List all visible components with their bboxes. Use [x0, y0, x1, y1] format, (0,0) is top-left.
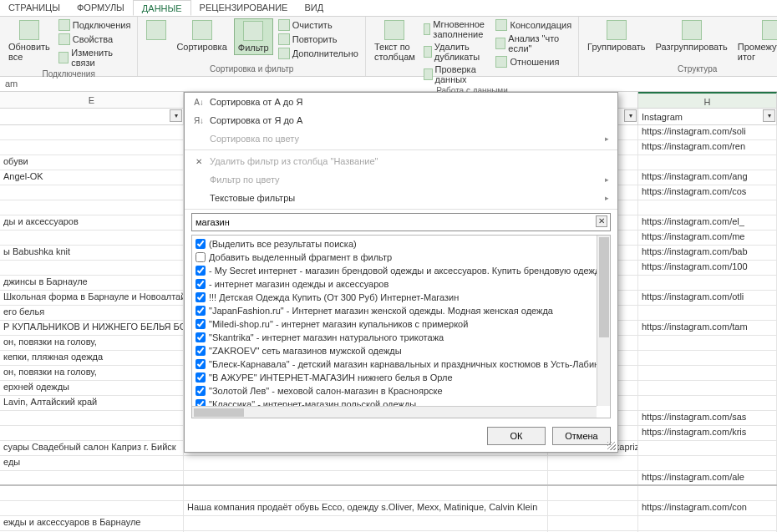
cell[interactable] — [548, 516, 638, 530]
tab-data[interactable]: ДАННЫЕ — [133, 0, 191, 16]
cell[interactable]: https://instagram.com/sas — [638, 411, 777, 425]
cell[interactable] — [638, 200, 777, 215]
header-cell-instagram[interactable]: Instagram▾ — [638, 109, 777, 124]
filter-checkbox[interactable] — [196, 252, 206, 262]
filter-value-item[interactable]: "Miledi-shop.ru" - интернет магазин купа… — [194, 317, 608, 331]
select-all-item[interactable]: (Выделить все результаты поиска) — [194, 237, 608, 251]
cell[interactable]: https://instagram.com/ren — [638, 140, 777, 155]
cell[interactable] — [638, 441, 777, 455]
sort-descending-item[interactable]: Я↓Сортировка от Я до А — [185, 111, 617, 129]
col-header-H[interactable]: H — [638, 92, 777, 108]
cell[interactable]: еды — [0, 456, 184, 470]
filter-checkbox[interactable] — [196, 386, 206, 396]
ungroup-button[interactable]: Разгруппировать — [653, 18, 731, 53]
cell[interactable] — [184, 456, 548, 470]
sort-button[interactable]: Сортировка — [173, 18, 230, 53]
filter-dropdown-icon[interactable]: ▾ — [763, 109, 775, 122]
resize-handle-icon[interactable] — [607, 442, 616, 450]
filter-value-item[interactable]: "JapanFashion.ru" - Интернет магазин жен… — [194, 304, 608, 317]
cell[interactable]: кепки, пляжная одежда — [0, 351, 184, 365]
cell[interactable]: джинсы в Барнауле — [0, 276, 184, 290]
refresh-all-button[interactable]: Обновить все — [5, 18, 53, 63]
add-selection-item[interactable]: Добавить выделенный фрагмент в фильтр — [194, 251, 608, 264]
cell[interactable]: ы Babushka knit — [0, 246, 184, 260]
cell[interactable] — [548, 486, 638, 500]
filter-search-input[interactable] — [191, 213, 611, 231]
cell[interactable] — [548, 471, 638, 484]
filter-checkbox[interactable] — [196, 279, 206, 289]
filter-value-item[interactable]: - интернет магазин одежды и аксессуаров — [194, 277, 608, 291]
cell[interactable] — [0, 501, 184, 515]
tab-review[interactable]: РЕЦЕНЗИРОВАНИЕ — [191, 0, 297, 16]
properties-button[interactable]: Свойства — [57, 33, 133, 46]
cell[interactable] — [638, 306, 777, 320]
advanced-filter-button[interactable]: Дополнительно — [277, 47, 360, 60]
cell[interactable]: https://instagram.com/otli — [638, 291, 777, 305]
cell[interactable]: https://instagram.com/ale — [638, 471, 777, 484]
flash-fill-button[interactable]: Мгновенное заполнение — [422, 18, 491, 40]
cell[interactable]: он, повязки на голову, — [0, 336, 184, 350]
clear-filter-button[interactable]: Очистить — [277, 18, 360, 32]
table-row[interactable]: еды — [0, 456, 777, 471]
text-to-columns-button[interactable]: Текст по столбцам — [371, 18, 419, 63]
cell[interactable]: ежды и аксессуаров в Барнауле — [0, 516, 184, 530]
text-filters-item[interactable]: Текстовые фильтры▸ — [185, 189, 617, 207]
cell[interactable] — [0, 471, 184, 484]
filter-value-item[interactable]: "ZAKROEV" сеть магазинов мужской одежды — [194, 344, 608, 357]
cell[interactable] — [0, 231, 184, 245]
scrollbar-horizontal[interactable] — [192, 406, 597, 418]
cell[interactable] — [0, 261, 184, 275]
filter-checkbox[interactable] — [196, 332, 206, 342]
ok-button[interactable]: ОК — [487, 427, 546, 445]
what-if-button[interactable]: Анализ "что если" — [494, 33, 573, 54]
cell[interactable] — [638, 351, 777, 365]
cell[interactable]: обуви — [0, 155, 184, 170]
cell[interactable]: он, повязки на голову, — [0, 366, 184, 380]
clear-search-icon[interactable]: ✕ — [596, 215, 607, 227]
cell[interactable]: https://instagram.com/kris — [638, 426, 777, 440]
filter-by-color-item[interactable]: Фильтр по цвету▸ — [185, 170, 617, 189]
cell[interactable] — [548, 456, 638, 470]
filter-checkbox[interactable] — [196, 359, 206, 369]
col-header-E[interactable]: E — [0, 92, 184, 108]
cell[interactable]: Школьная форма в Барнауле и Новоалтайс — [0, 291, 184, 305]
edit-links-button[interactable]: Изменить связи — [57, 47, 133, 68]
cell[interactable] — [638, 155, 777, 170]
consolidate-button[interactable]: Консолидация — [494, 18, 573, 32]
scrollbar-vertical[interactable] — [597, 236, 610, 406]
cell[interactable] — [184, 471, 548, 484]
cell[interactable]: https://instagram.com/ang — [638, 170, 777, 185]
cell[interactable]: https://instagram.com/tam — [638, 321, 777, 335]
cell[interactable] — [0, 185, 184, 200]
filter-value-item[interactable]: "Блеск-Карнавала" - детский магазин карн… — [194, 357, 608, 371]
cell[interactable]: Lavin, Алтайский край — [0, 396, 184, 410]
filter-dropdown-icon[interactable]: ▾ — [170, 109, 182, 122]
sort-by-color-item[interactable]: Сортировка по цвету▸ — [185, 129, 617, 148]
cell[interactable] — [548, 501, 638, 515]
filter-value-item[interactable]: - My Secret интернет - магазин брендовой… — [194, 264, 608, 277]
filter-checkbox[interactable] — [196, 239, 206, 249]
filter-value-item[interactable]: "Skantrika" - интернет магазин натуральн… — [194, 331, 608, 344]
cell[interactable]: https://instagram.com/100 — [638, 261, 777, 275]
filter-checkbox[interactable] — [196, 346, 206, 356]
filter-checkbox[interactable] — [196, 266, 206, 276]
filter-values-list[interactable]: (Выделить все результаты поиска)Добавить… — [191, 235, 611, 418]
cell[interactable] — [638, 276, 777, 290]
cell[interactable] — [638, 486, 777, 500]
cell[interactable] — [0, 411, 184, 425]
cell[interactable]: Angel-OK — [0, 170, 184, 185]
tab-page-layout[interactable]: СТРАНИЦЫ — [0, 0, 69, 16]
cell[interactable] — [0, 486, 184, 500]
filter-value-item[interactable]: !!! Детская Одежда Купить (От 300 Руб) И… — [194, 291, 608, 304]
reapply-button[interactable]: Повторить — [277, 33, 360, 46]
cell[interactable] — [638, 366, 777, 380]
cell[interactable]: https://instagram.com/bab — [638, 246, 777, 260]
cell[interactable]: https://instagram.com/el_ — [638, 215, 777, 230]
cell[interactable]: Р КУПАЛЬНИКОВ И НИЖНЕГО БЕЛЬЯ БОЛЬШ — [0, 321, 184, 335]
cell[interactable] — [0, 140, 184, 155]
group-button[interactable]: Группировать — [584, 18, 649, 53]
subtotal-button[interactable]: Промежуточный итог — [734, 18, 777, 63]
filter-button[interactable]: Фильтр — [234, 18, 273, 55]
remove-duplicates-button[interactable]: Удалить дубликаты — [422, 41, 491, 63]
cell[interactable]: https://instagram.com/soli — [638, 125, 777, 139]
